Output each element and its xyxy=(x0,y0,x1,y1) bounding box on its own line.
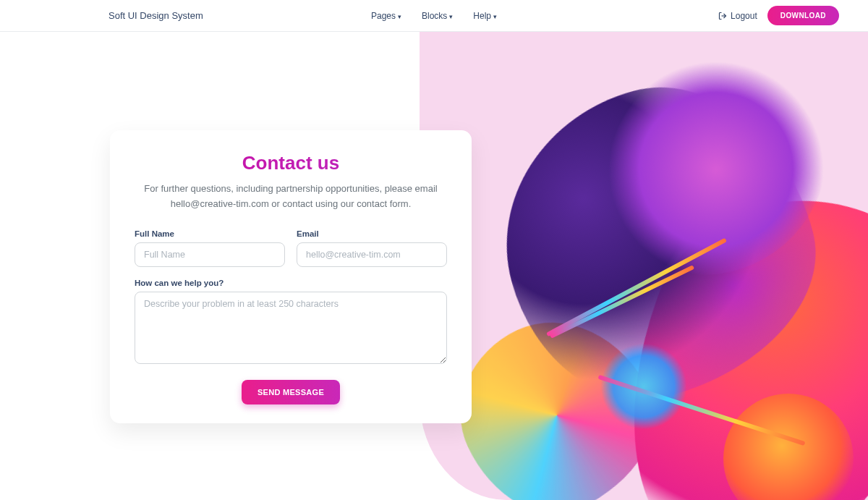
logout-link[interactable]: Logout xyxy=(718,11,757,21)
field-fullname: Full Name xyxy=(135,229,285,267)
contact-card: Contact us For further questions, includ… xyxy=(110,130,472,423)
fullname-label: Full Name xyxy=(135,229,285,238)
send-message-button[interactable]: SEND MESSAGE xyxy=(242,380,340,404)
chevron-down-icon: ▾ xyxy=(493,13,497,20)
nav-item-help[interactable]: Help ▾ xyxy=(473,11,497,21)
message-textarea[interactable] xyxy=(135,292,447,364)
nav-label: Blocks xyxy=(422,11,447,21)
logout-label: Logout xyxy=(731,11,757,21)
nav-right: Logout DOWNLOAD xyxy=(718,6,839,25)
field-message: How can we help you? xyxy=(135,279,447,367)
download-button[interactable]: DOWNLOAD xyxy=(767,6,839,25)
navbar: Soft UI Design System Pages ▾ Blocks ▾ H… xyxy=(0,0,868,32)
card-subtitle: For further questions, including partner… xyxy=(135,182,447,212)
chevron-down-icon: ▾ xyxy=(398,13,401,20)
nav-item-blocks[interactable]: Blocks ▾ xyxy=(422,11,453,21)
logout-icon xyxy=(718,12,727,20)
field-email: Email xyxy=(297,229,447,267)
message-label: How can we help you? xyxy=(135,279,447,287)
card-title: Contact us xyxy=(135,152,447,174)
hero-art xyxy=(420,32,868,500)
fullname-input[interactable] xyxy=(135,242,285,267)
email-input[interactable] xyxy=(297,242,447,267)
chevron-down-icon: ▾ xyxy=(449,13,453,20)
brand[interactable]: Soft UI Design System xyxy=(109,10,203,21)
nav-item-pages[interactable]: Pages ▾ xyxy=(371,11,401,21)
nav-label: Help xyxy=(473,11,491,21)
nav-center: Pages ▾ Blocks ▾ Help ▾ xyxy=(371,11,497,21)
email-label: Email xyxy=(297,229,447,238)
nav-label: Pages xyxy=(371,11,396,21)
